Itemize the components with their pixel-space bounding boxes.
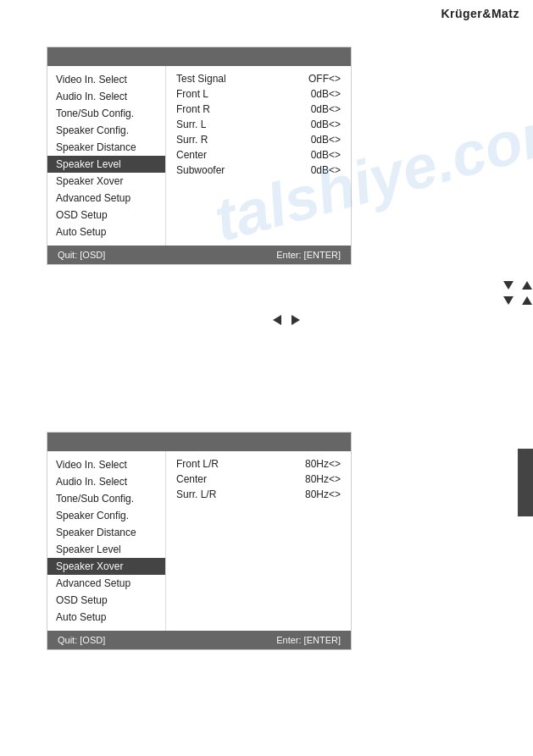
content-row: Center80Hz<> [176,472,341,487]
nav-item: Advanced Setup [47,575,165,592]
triangle-down-1 [503,281,514,290]
panel1-nav: Video In. SelectAudio In. SelectTone/Sub… [47,66,166,246]
nav-item: Tone/Sub Config. [47,105,165,122]
content-row: Front R0dB<> [176,102,341,117]
panel2-nav: Video In. SelectAudio In. SelectTone/Sub… [47,451,166,631]
nav-item[interactable]: Speaker Level [47,156,165,173]
nav-item: Audio In. Select [47,88,165,105]
row-value: 0dB<> [311,88,341,100]
nav-item: Advanced Setup [47,190,165,207]
row-value: 0dB<> [311,103,341,115]
row-value: 80Hz<> [305,473,341,485]
panel2-footer-enter: Enter: [ENTER] [276,635,341,645]
nav-item: Speaker Config. [47,122,165,139]
panel1-footer-quit: Quit: [OSD] [58,250,105,260]
panel2-footer-quit: Quit: [OSD] [58,635,105,645]
content-row: Surr. L0dB<> [176,117,341,132]
side-tab [518,449,533,516]
row-label: Front R [176,103,210,115]
row-label: Front L/R [176,458,219,470]
content-row: Front L0dB<> [176,86,341,102]
row-value: OFF<> [308,73,341,85]
panel1-content: Test SignalOFF<>Front L0dB<>Front R0dB<>… [166,66,351,246]
row-value: 80Hz<> [305,488,341,500]
brand-logo: Krüger&Matz [441,7,519,20]
nav-item: Audio In. Select [47,473,165,490]
speaker-xover-panel: Video In. SelectAudio In. SelectTone/Sub… [47,432,352,650]
row-value: 0dB<> [311,149,341,161]
nav-item: OSD Setup [47,207,165,223]
triangle-left-1 [273,315,281,325]
nav-item: Speaker Xover [47,173,165,190]
panel2-header [47,433,351,451]
row-label: Test Signal [176,73,226,85]
triangle-right-1 [291,315,300,325]
content-row: Surr. R0dB<> [176,132,341,147]
row-label: Front L [176,88,208,100]
nav-item: Auto Setup [47,609,165,626]
panel1-body: Video In. SelectAudio In. SelectTone/Sub… [47,66,351,246]
row-value: 0dB<> [311,119,341,130]
nav-item: Auto Setup [47,223,165,240]
nav-item: Speaker Config. [47,507,165,524]
panel2-footer: Quit: [OSD] Enter: [ENTER] [47,631,351,649]
nav-item: Speaker Level [47,541,165,558]
triangle-up-2 [522,296,532,305]
nav-item[interactable]: Speaker Xover [47,558,165,575]
nav-item: Tone/Sub Config. [47,490,165,507]
row-label: Center [176,473,207,485]
panel1-footer: Quit: [OSD] Enter: [ENTER] [47,246,351,264]
row-label: Surr. L/R [176,488,216,500]
nav-item: Video In. Select [47,456,165,473]
nav-item: Speaker Distance [47,139,165,156]
content-row: Test SignalOFF<> [176,71,341,86]
panel2-content: Front L/R80Hz<>Center80Hz<>Surr. L/R80Hz… [166,451,351,631]
nav-item: Video In. Select [47,71,165,88]
content-row: Subwoofer0dB<> [176,163,341,178]
row-label: Subwoofer [176,164,225,176]
arrows-section [254,279,533,327]
panel2-body: Video In. SelectAudio In. SelectTone/Sub… [47,451,351,631]
content-row: Front L/R80Hz<> [176,456,341,472]
panel1-footer-enter: Enter: [ENTER] [276,250,341,260]
nav-item: Speaker Distance [47,524,165,541]
row-value: 0dB<> [311,164,341,176]
content-row: Center0dB<> [176,147,341,163]
nav-item: OSD Setup [47,592,165,609]
content-row: Surr. L/R80Hz<> [176,487,341,502]
row-value: 0dB<> [311,134,341,146]
row-label: Surr. L [176,119,206,130]
panel1-header [47,47,351,66]
row-label: Surr. R [176,134,208,146]
row-label: Center [176,149,207,161]
triangle-up-1 [522,281,532,290]
speaker-level-panel: Video In. SelectAudio In. SelectTone/Sub… [47,47,352,265]
triangle-down-2 [503,296,514,305]
row-value: 80Hz<> [305,458,341,470]
